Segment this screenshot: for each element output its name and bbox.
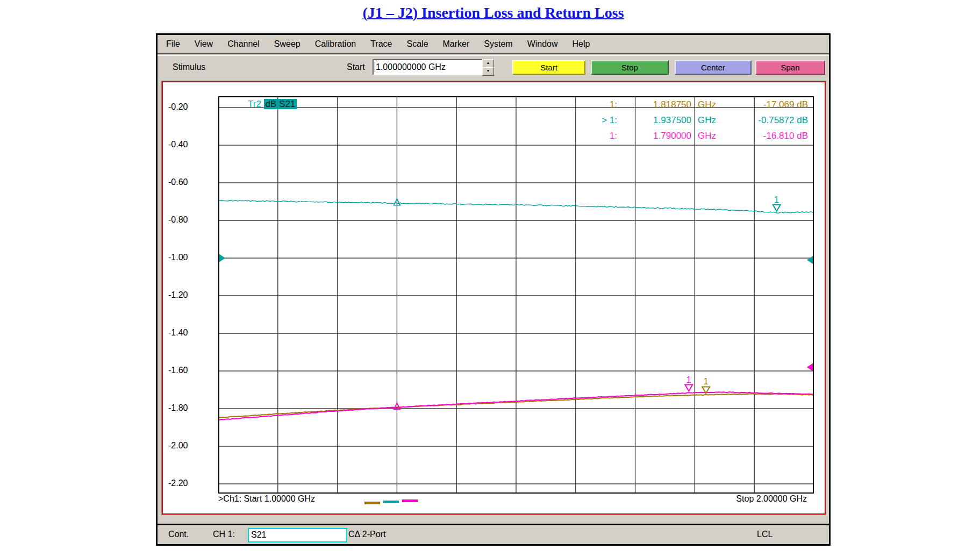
ref-level-arrow-icon[interactable] (807, 363, 813, 372)
channel-start-annotation: >Ch1: Start 1.00000 GHz (218, 494, 315, 504)
marker-readout-row: > 1:1.937500GHz-0.75872 dB (163, 115, 822, 127)
marker-readout-value: -0.75872 dB (730, 115, 808, 126)
stimulus-toolbar: Stimulus Start 1.000000000 GHz ▲ ▼ Start… (158, 55, 829, 80)
status-bar: Cont. CH 1: S21 CΔ 2-Port LCL (158, 524, 829, 544)
sweep-mode-status: Cont. (168, 530, 189, 539)
ref-level-arrow-icon[interactable] (219, 254, 225, 262)
legend-trace-dash-icon (402, 499, 418, 502)
menu-item-help[interactable]: Help (573, 39, 590, 49)
graph-area: 111 -0.20-0.40-0.60-0.80-1.00-1.20-1.40-… (162, 81, 826, 515)
marker-readout-value: -16.810 dB (730, 131, 808, 141)
stimulus-label: Stimulus (173, 62, 205, 72)
menu-item-channel[interactable]: Channel (227, 39, 260, 49)
marker-number-label: 1 (686, 375, 691, 384)
plot-canvas: 111 (218, 96, 814, 494)
stimulus-span-button[interactable]: Span (755, 60, 825, 75)
marker-readout-frequency: 1.790000 (604, 131, 691, 141)
start-frequency-input[interactable]: 1.000000000 GHz (373, 59, 483, 75)
cal-status: CΔ 2-Port (348, 530, 385, 539)
y-axis-tick-label: -1.60 (168, 366, 216, 376)
y-axis-tick-label: -2.20 (168, 479, 216, 489)
start-frequency-value: 1.000000000 GHz (376, 62, 446, 72)
stepper-up-icon[interactable]: ▲ (482, 59, 494, 68)
y-axis-tick-label: -2.00 (168, 441, 216, 452)
menu-item-marker[interactable]: Marker (443, 39, 470, 49)
channel-status: CH 1: (213, 530, 235, 539)
vna-application-window: FileViewChannelSweepCalibrationTraceScal… (156, 33, 831, 546)
marker-number-label: 1 (704, 377, 709, 386)
marker-triangle-icon[interactable] (773, 205, 781, 211)
menu-item-scale[interactable]: Scale (407, 39, 428, 49)
stepper-down-icon[interactable]: ▼ (482, 67, 494, 76)
marker-readout-value: -17.069 dB (730, 99, 808, 110)
lcl-status: LCL (757, 530, 772, 539)
y-axis-tick-label: -1.00 (168, 253, 216, 263)
marker-triangle-icon[interactable] (685, 385, 692, 391)
marker-readout-row: 1:1.790000GHz-16.810 dB (163, 131, 822, 142)
page-title: (J1 – J2) Insertion Loss and Return Loss (156, 4, 831, 22)
menu-item-window[interactable]: Window (527, 39, 558, 49)
marker-readout-row: 1:1.818750GHz-17.069 dB (163, 99, 822, 111)
y-axis-tick-label: -1.40 (168, 328, 216, 339)
menu-item-file[interactable]: File (166, 39, 180, 49)
menu-item-sweep[interactable]: Sweep (274, 39, 301, 49)
stimulus-center-button[interactable]: Center (675, 60, 752, 75)
legend-trace-dash-icon (364, 502, 380, 504)
menu-item-view[interactable]: View (195, 39, 213, 49)
stop-annotation: Stop 2.00000 GHz (700, 494, 807, 504)
y-axis-tick-label: -0.80 (168, 215, 216, 226)
start-frequency-stepper: ▲ ▼ (482, 59, 493, 75)
active-measurement-box[interactable]: S21 (248, 528, 347, 542)
text-cursor (375, 62, 375, 72)
menu-bar: FileViewChannelSweepCalibrationTraceScal… (158, 35, 829, 54)
y-axis-tick-label: -1.20 (168, 290, 216, 301)
start-frequency-label: Start (347, 62, 365, 72)
marker-number-label: 1 (774, 195, 779, 204)
legend-trace-dash-icon (383, 501, 399, 503)
marker-readout-frequency: 1.937500 (604, 115, 691, 126)
marker-readout-frequency: 1.818750 (604, 99, 691, 110)
stimulus-start-button[interactable]: Start (512, 60, 585, 75)
y-axis-tick-label: -1.80 (168, 403, 216, 414)
menu-item-calibration[interactable]: Calibration (315, 39, 356, 49)
menu-item-trace[interactable]: Trace (370, 39, 392, 49)
menu-item-system[interactable]: System (484, 39, 512, 49)
ref-level-arrow-icon[interactable] (807, 256, 813, 265)
y-axis-tick-label: -0.60 (168, 177, 216, 188)
stimulus-stop-button[interactable]: Stop (591, 60, 669, 75)
